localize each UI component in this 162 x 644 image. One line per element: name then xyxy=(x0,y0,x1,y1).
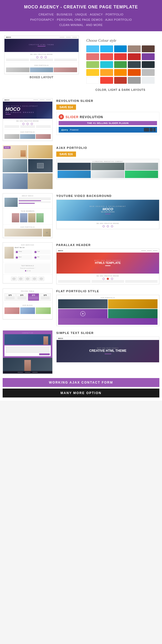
service-3: Brand xyxy=(15,255,32,260)
swatch-2[interactable] xyxy=(100,45,113,52)
swatch-3[interactable] xyxy=(114,45,127,52)
parallax-sub: BEST ONE PAGE AGENCY xyxy=(94,260,121,261)
boxed-layout-section: MOCO CREATIVE HTML THEME WE ARE CREATIVE… xyxy=(4,35,79,94)
swatch-15[interactable] xyxy=(142,61,155,68)
input-message[interactable] xyxy=(6,350,50,353)
input-email[interactable] xyxy=(6,348,50,350)
rev-hero-tagline: WE CREATE BRANDS xyxy=(6,112,34,113)
boxed-color-row: MOCO CREATIVE HTML THEME WE ARE CREATIVE… xyxy=(0,31,162,98)
purple-line xyxy=(38,46,45,46)
misc-icon: ✉ xyxy=(46,232,48,234)
jquery-bar: jQuery Powered xyxy=(59,127,157,133)
rev-bg-overlay xyxy=(37,102,52,119)
rev-nav-links xyxy=(33,100,51,100)
logo-5 xyxy=(38,277,44,281)
swatch-25[interactable] xyxy=(142,77,155,84)
text-slider-hero: BEST ONE PAGE AGENCY CREATIVE HTML THEME xyxy=(57,340,159,362)
parallax-right: PARALLAX HEADER MOCO BEST ONE PAGE AGENC… xyxy=(56,242,159,284)
swatch-22[interactable] xyxy=(100,77,113,84)
submit-btn[interactable] xyxy=(39,353,50,355)
blogs-section-mockup: OUR BLOGS xyxy=(3,303,52,319)
fp-wide xyxy=(58,318,158,325)
swatch-11[interactable] xyxy=(86,61,99,68)
slider-text-main: SLIDER REVOLUTION xyxy=(65,115,103,119)
p-nav-1 xyxy=(141,250,146,251)
col-2 xyxy=(30,59,53,61)
bottom-person xyxy=(24,360,31,371)
service-icon-3 xyxy=(16,256,18,259)
rev-portfolio-grid xyxy=(4,134,51,139)
swatch-19[interactable] xyxy=(128,69,141,76)
color-label: COLOR, LIGHT & DARK LAYOUTS xyxy=(83,87,158,94)
swatch-24[interactable] xyxy=(128,77,141,84)
blog-img-2 xyxy=(20,307,35,314)
swatch-20[interactable] xyxy=(142,69,155,76)
ajax-form-badge[interactable]: WORKING AJAX CONTACT FORM xyxy=(3,378,159,387)
ab5-purple xyxy=(19,203,35,204)
ab1 xyxy=(19,198,51,198)
swatch-1[interactable] xyxy=(86,45,99,52)
youtube-preview: WEB DESIGN & DEVELOPMENT MOCO WE CREATE … xyxy=(57,200,159,221)
pricing-section-mockup: PRICING TABLE $75 $75 xyxy=(3,289,52,303)
pricing-mockup: PRICING TABLE $75 $75 xyxy=(3,289,53,320)
youtube-section: ABOUT MOCO TEAM MEMBERS xyxy=(0,193,162,242)
rev-save-badge: SAVE $14 xyxy=(56,104,76,110)
par-i2-red xyxy=(107,278,109,280)
blog-text-2 xyxy=(20,314,35,317)
pricing-left: PRICING TABLE $75 $75 xyxy=(3,289,53,326)
team-3 xyxy=(28,213,36,222)
rev-heading: REVOLUTION SLIDER xyxy=(56,98,159,102)
swatch-13[interactable] xyxy=(114,61,127,68)
contact-slider-section: CONTACT US xyxy=(0,330,162,378)
swatch-7[interactable] xyxy=(100,53,113,60)
logos-mockup xyxy=(3,275,52,283)
rev-brand-label: WE ARE CREATIVE BRAND xyxy=(4,120,51,122)
bar-3 xyxy=(30,59,53,60)
services-text: WHAT WE DO Design Code xyxy=(15,247,51,260)
swatch-9[interactable] xyxy=(128,53,141,60)
swatch-14[interactable] xyxy=(128,61,141,68)
swatch-21[interactable] xyxy=(86,77,99,84)
swatch-17[interactable] xyxy=(100,69,113,76)
youtube-preview-wrapper: WEB DESIGN & DEVELOPMENT MOCO WE CREATE … xyxy=(56,200,159,229)
many-more-badge[interactable]: MANY MORE OPTION xyxy=(3,389,159,397)
portfolio-tag: BRAND xyxy=(4,146,11,149)
nav-link-1 xyxy=(60,37,64,38)
services-content: WHAT WE DO Design Code xyxy=(4,246,51,261)
rev-we-are: WE ARE CREATIVE BRAND xyxy=(3,119,52,129)
rev-3col xyxy=(4,125,51,128)
rb6 xyxy=(36,127,51,128)
tags-line3: CLEAN MINIMAL · AND MORE xyxy=(59,23,103,27)
parallax-nav: MOCO xyxy=(57,249,159,253)
swatch-4[interactable] xyxy=(128,45,141,52)
mockup-nav: MOCO xyxy=(4,36,79,39)
swatch-8[interactable] xyxy=(114,53,127,60)
palette-title: Choose Colour style xyxy=(86,39,155,43)
pb2 xyxy=(58,282,90,282)
slider-rev-logo: R SLIDER REVOLUTION xyxy=(59,114,157,119)
revolution-mockup: MOCO WEB DESIGN & DEVELOPMENT MOCO WE CR… xyxy=(3,98,53,141)
ab2 xyxy=(19,199,51,200)
swatch-12[interactable] xyxy=(100,61,113,68)
ajax-left-preview: BRAND xyxy=(3,145,53,189)
swatch-6[interactable] xyxy=(86,53,99,60)
ajax-img-6 xyxy=(125,171,158,178)
parallax-nav-logo: MOCO xyxy=(58,250,63,252)
rp-3 xyxy=(36,134,51,139)
ajax-img-4 xyxy=(58,171,91,178)
blog-2 xyxy=(20,307,35,317)
swatch-5[interactable] xyxy=(142,45,155,52)
mockup-hero: CREATIVE HTML THEME xyxy=(4,39,79,52)
input-name[interactable] xyxy=(6,347,50,348)
swatch-18[interactable] xyxy=(114,69,127,76)
swatch-23[interactable] xyxy=(114,77,127,84)
swatch-16[interactable] xyxy=(86,69,99,76)
bottom-hero xyxy=(3,358,52,371)
swatch-10[interactable] xyxy=(142,53,155,60)
misc-2: ✉ xyxy=(43,229,51,237)
contact-mockup: CONTACT US xyxy=(3,330,53,374)
fp-grid: ▶ xyxy=(58,299,158,318)
services-mockup: OUR SERVICES WHAT WE DO Design Co xyxy=(3,242,53,284)
rev-icon-2 xyxy=(27,123,29,125)
ajax-preview-grid: A Creating Innovative Company xyxy=(56,159,159,179)
